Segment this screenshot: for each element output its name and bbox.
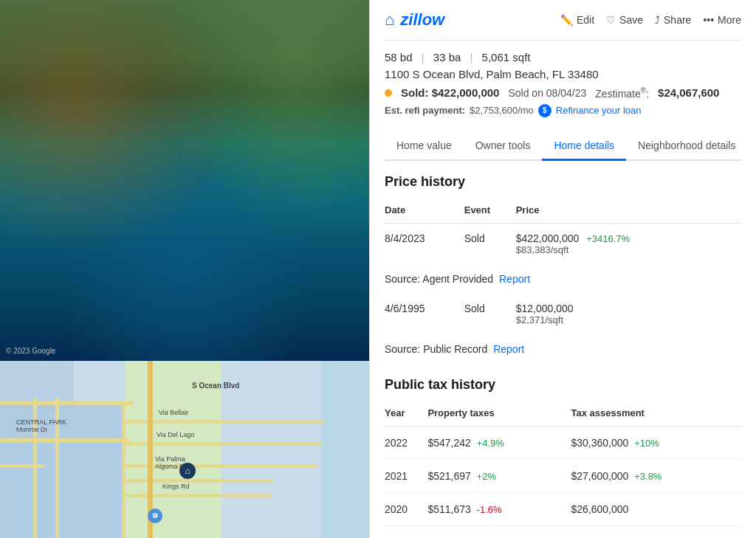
report-link-2[interactable]: Report xyxy=(493,343,524,355)
tax-year-2: 2021 xyxy=(385,459,427,492)
app-header: ⌂ zillow ✏️ Edit ♡ Save ⤴ Share ••• More xyxy=(385,0,741,41)
edit-button[interactable]: ✏️ Edit xyxy=(560,14,594,26)
tax-assessment-1: $30,360,000 +10% xyxy=(571,426,741,459)
price-row-1: 8/4/2023 Sold $422,000,000 +3416.7% $83,… xyxy=(385,223,741,264)
price-row-2: 4/6/1995 Sold $12,000,000 $2,371/sqft xyxy=(385,294,741,334)
baths: 33 ba xyxy=(433,51,461,63)
price-history-title: Price history xyxy=(385,174,741,190)
tax-col-year: Year xyxy=(385,403,427,427)
map-label-monroe: Monroe Dr xyxy=(16,426,48,433)
aerial-photo[interactable]: © 2023 Google xyxy=(0,0,369,361)
tax-assessment-3: $26,600,000 xyxy=(571,492,741,525)
tax-row-2021: 2021 $521,697 +2% $27,600,000 +3.8% xyxy=(385,459,741,492)
share-icon: ⤴ xyxy=(655,14,660,26)
sold-price: Sold: $422,000,000 xyxy=(401,86,499,99)
report-link-1[interactable]: Report xyxy=(499,273,530,285)
logo-icon: ⌂ xyxy=(385,10,394,30)
price-source-2: Source: Public Record Report xyxy=(385,334,741,364)
tab-owner-tools[interactable]: Owner tools xyxy=(464,132,543,161)
map-label-central-park: CENTRAL PARK xyxy=(16,418,66,426)
property-info: 58 bd | 33 ba | 5,061 sqft 1100 S Ocean … xyxy=(385,41,741,126)
sep2: | xyxy=(470,51,473,63)
sold-dot xyxy=(385,89,392,97)
price-event-1: Sold xyxy=(464,223,516,264)
sqft: 5,061 sqft xyxy=(482,51,531,63)
tab-home-value[interactable]: Home value xyxy=(385,132,464,161)
edit-icon: ✏️ xyxy=(560,14,573,26)
tax-taxes-2: $521,697 +2% xyxy=(427,459,571,492)
price-date-2: 4/6/1995 xyxy=(385,294,464,334)
price-history-section: Price history Date Event Price 8/4/2023 … xyxy=(385,174,741,364)
sep1: | xyxy=(422,51,425,63)
map-location-marker[interactable]: ⌂ xyxy=(179,463,196,479)
tax-year-3: 2020 xyxy=(385,492,427,525)
logo-text: zillow xyxy=(400,10,444,30)
zestimate-label: Zestimate®: xyxy=(595,86,649,100)
zillow-logo[interactable]: ⌂ zillow xyxy=(385,10,444,30)
price-value-1: $422,000,000 +3416.7% $83,383/sqft xyxy=(516,223,741,264)
tax-col-assessment: Tax assessment xyxy=(571,403,741,427)
refi-icon: $ xyxy=(538,104,551,117)
zestimate-value: $24,067,600 xyxy=(658,86,719,99)
tax-taxes-1: $547,242 +4.9% xyxy=(427,426,571,459)
tax-row-2022: 2022 $547,242 +4.9% $30,360,000 +10% xyxy=(385,426,741,459)
map-label-kings: Kings Rd xyxy=(162,483,190,490)
price-source-1: Source: Agent Provided Report xyxy=(385,264,741,294)
sold-date: Sold on 08/04/23 xyxy=(508,87,586,99)
price-row: Sold: $422,000,000 Sold on 08/04/23 Zest… xyxy=(385,86,741,100)
left-panel: © 2023 Google CENTRAL PARK Mon xyxy=(0,0,369,538)
price-history-table: Date Event Price 8/4/2023 Sold $422,000,… xyxy=(385,200,741,364)
map-label-via-bellair: Via Bellair xyxy=(159,409,188,416)
col-price: Price xyxy=(516,200,741,224)
price-date-1: 8/4/2023 xyxy=(385,223,464,264)
tax-col-taxes: Property taxes xyxy=(427,403,571,427)
tabs: Home value Owner tools Home details Neig… xyxy=(385,132,741,161)
price-event-2: Sold xyxy=(464,294,516,334)
route-badge: ⑩ xyxy=(148,508,162,523)
refi-amount: $2,753,600/mo xyxy=(470,105,534,116)
save-button[interactable]: ♡ Save xyxy=(606,14,643,26)
tax-year-1: 2022 xyxy=(385,426,427,459)
property-specs: 58 bd | 33 ba | 5,061 sqft xyxy=(385,51,741,63)
tax-history-table: Year Property taxes Tax assessment 2022 … xyxy=(385,403,741,526)
beds: 58 bd xyxy=(385,51,413,63)
refi-row: Est. refi payment: $2,753,600/mo $ Refin… xyxy=(385,104,741,117)
heart-icon: ♡ xyxy=(606,14,616,26)
tax-assessment-2: $27,600,000 +3.8% xyxy=(571,459,741,492)
right-panel: ⌂ zillow ✏️ Edit ♡ Save ⤴ Share ••• More xyxy=(369,0,756,538)
more-button[interactable]: ••• More xyxy=(703,14,741,26)
col-event: Event xyxy=(464,200,516,224)
more-icon: ••• xyxy=(703,14,714,26)
tax-history-section: Public tax history Year Property taxes T… xyxy=(385,377,741,526)
property-address: 1100 S Ocean Blvd, Palm Beach, FL 33480 xyxy=(385,68,741,80)
share-button[interactable]: ⤴ Share xyxy=(655,14,691,26)
tab-neighborhood[interactable]: Neighborhood details xyxy=(626,132,747,161)
map-panel[interactable]: CENTRAL PARK Monroe Dr BinghamIsland Bin… xyxy=(0,361,369,538)
tab-home-details[interactable]: Home details xyxy=(542,132,626,161)
refi-label: Est. refi payment: xyxy=(385,105,465,116)
map-label-via-del-lago: Via Del Lago xyxy=(157,431,194,438)
price-value-2: $12,000,000 $2,371/sqft xyxy=(516,294,741,334)
col-date: Date xyxy=(385,200,464,224)
copyright: © 2023 Google xyxy=(6,347,55,355)
tax-history-title: Public tax history xyxy=(385,377,741,393)
tax-row-2020: 2020 $511,673 -1.6% $26,600,000 xyxy=(385,492,741,525)
header-actions: ✏️ Edit ♡ Save ⤴ Share ••• More xyxy=(560,14,741,26)
map-label-ocean-blvd: S Ocean Blvd xyxy=(192,382,239,390)
refi-link[interactable]: Refinance your loan xyxy=(556,105,642,116)
tax-taxes-3: $511,673 -1.6% xyxy=(427,492,571,525)
